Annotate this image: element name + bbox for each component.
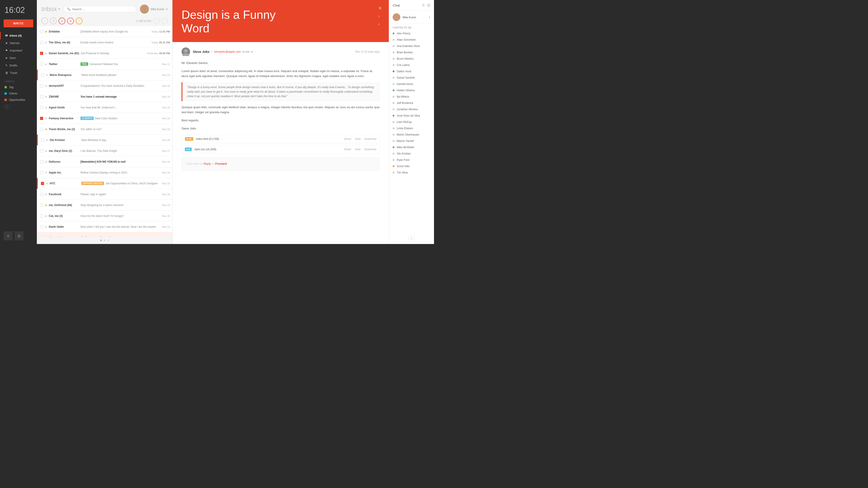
view-button[interactable]: View: [355, 148, 361, 151]
download-button[interactable]: Download: [364, 137, 376, 140]
star-icon[interactable]: ★: [45, 73, 49, 77]
compose-button[interactable]: WRITE: [4, 20, 33, 27]
email-row[interactable]: ★ me, Girlfriend (69) Stop designing for…: [37, 200, 172, 210]
contact-item[interactable]: Jonathan Moreira: [389, 106, 434, 112]
reply-box[interactable]: Click here to Reply or Forward: [182, 157, 380, 171]
email-checkbox[interactable]: [40, 160, 43, 163]
inbox-dropdown-icon[interactable]: ▾: [58, 7, 60, 11]
contact-item[interactable]: Liam McKay: [389, 119, 434, 125]
email-checkbox[interactable]: [40, 30, 43, 33]
email-checkbox[interactable]: ✓: [41, 182, 44, 185]
prev-page-button[interactable]: ‹: [153, 18, 160, 24]
share-button[interactable]: Share: [344, 148, 351, 151]
email-row[interactable]: ★ Agent Smith You hear that Mr. Anderson…: [37, 102, 172, 113]
contact-item[interactable]: Tim Silva: [389, 169, 434, 176]
email-checkbox[interactable]: ✓: [40, 117, 43, 120]
email-checkbox[interactable]: [40, 63, 43, 66]
forward-link[interactable]: Forward: [215, 162, 227, 165]
nav-sent[interactable]: ➤ Sent: [0, 54, 37, 62]
email-row[interactable]: ✓ ★ Fantasy Interactive CLIENTS New Case…: [37, 113, 172, 124]
contact-item[interactable]: Ryan Ford: [389, 157, 434, 163]
star-icon[interactable]: ★: [45, 182, 49, 185]
star-icon[interactable]: ★: [44, 203, 48, 207]
email-row[interactable]: ★ Travis Bickle, me (3) You talkin' to m…: [37, 124, 172, 135]
email-row[interactable]: ★ Cat, me (3) Give me the damn food! I'm…: [37, 210, 172, 221]
contact-item[interactable]: Allan Grinshtein: [389, 37, 434, 43]
star-icon[interactable]: ★: [44, 84, 48, 88]
email-checkbox[interactable]: [41, 138, 44, 142]
add-contact-button[interactable]: +: [408, 236, 415, 242]
contact-item[interactable]: Jeff Broderick: [389, 100, 434, 106]
contact-item[interactable]: Martin Oberhauser: [389, 131, 434, 138]
label-clients[interactable]: Clients: [0, 90, 37, 97]
contact-item[interactable]: Mason Yarnell: [389, 138, 434, 144]
contact-item[interactable]: Daniel Sandvik: [389, 74, 434, 81]
star-icon[interactable]: ★: [44, 160, 48, 164]
flag-button[interactable]: !: [76, 18, 83, 24]
forward-icon[interactable]: ›: [378, 13, 382, 19]
email-row[interactable]: ★ me, Daryl Ginn (2) I am Batman, The Da…: [37, 145, 172, 156]
star-icon[interactable]: ★: [45, 138, 49, 142]
contact-item[interactable]: José Alves da Silva: [389, 112, 434, 119]
email-row[interactable]: ★ Dribbble [Dribbble] Work Inquiry from …: [37, 26, 172, 37]
refresh-button[interactable]: ↺: [50, 18, 57, 24]
email-row[interactable]: ★ Deftones [Newsletter] KOI NO YOKAN is …: [37, 156, 172, 167]
star-icon[interactable]: ★: [44, 193, 48, 196]
nav-starred[interactable]: ★ Starred: [0, 39, 37, 47]
reply-link[interactable]: Reply: [204, 162, 211, 165]
email-checkbox[interactable]: [40, 149, 43, 153]
email-checkbox[interactable]: [40, 193, 43, 196]
email-checkbox[interactable]: [40, 171, 43, 174]
nav-inbox[interactable]: ✉ Inbox (4): [0, 32, 37, 39]
email-checkbox[interactable]: ✓: [40, 52, 43, 55]
expand-meta-button[interactable]: ▾: [251, 50, 253, 54]
page-dot-2[interactable]: [104, 239, 105, 241]
contact-item[interactable]: Helder Oliveira: [389, 87, 434, 94]
close-icon[interactable]: ✕: [378, 5, 382, 11]
user-dropdown-icon[interactable]: ▾: [166, 7, 168, 11]
contact-item[interactable]: Dalton Hurd: [389, 68, 434, 74]
email-row[interactable]: ★ Ole Kristian New Windows 8 App Nov 18: [37, 135, 172, 145]
email-row[interactable]: ✓ ★ Daniel Sandvik, me (81) Job Proposal…: [37, 48, 172, 59]
nav-drafts[interactable]: ✎ Drafts: [0, 62, 37, 69]
page-dot-3[interactable]: [107, 239, 109, 241]
back-icon[interactable]: ‹: [378, 22, 382, 27]
label-tag[interactable]: Tag: [0, 84, 37, 90]
nav-trash[interactable]: 🗑 Trash: [0, 69, 37, 76]
delete-button[interactable]: ✕: [67, 18, 74, 24]
contact-item[interactable]: Alex Penny: [389, 30, 434, 37]
star-icon[interactable]: ★: [44, 30, 48, 33]
settings-button[interactable]: ⚙: [4, 231, 13, 240]
search-input[interactable]: [72, 7, 133, 11]
label-opportunities[interactable]: Opportunities: [0, 97, 37, 103]
view-button[interactable]: View: [355, 137, 361, 140]
chat-status-dropdown[interactable]: ▾: [429, 15, 430, 19]
email-checkbox[interactable]: [40, 41, 43, 44]
email-row[interactable]: ★ Twitter TAG Someone Followed You Nov 2…: [37, 59, 172, 70]
download-button[interactable]: Download: [364, 148, 376, 151]
contact-item[interactable]: Brian Benitez: [389, 49, 434, 56]
archive-button[interactable]: ↓: [41, 18, 48, 24]
email-checkbox[interactable]: [40, 128, 43, 131]
contact-item[interactable]: Ole Kristian: [389, 151, 434, 157]
email-row[interactable]: ★ Apple Inc. Retina Cinema Display comin…: [37, 167, 172, 178]
email-row-active[interactable]: ★ Steve Jobs 📎 Design is a Funny Word No…: [37, 232, 172, 237]
nav-important[interactable]: ⚑ Important: [0, 47, 37, 54]
contact-item[interactable]: Cris Labno: [389, 62, 434, 68]
star-icon[interactable]: ★: [44, 95, 48, 98]
email-checkbox[interactable]: [40, 215, 43, 218]
search-box[interactable]: 🔍: [64, 6, 136, 12]
email-row[interactable]: ✓ ★ HTC OPPORTUNITIES Job Opportunities …: [37, 178, 172, 189]
email-checkbox[interactable]: [40, 106, 43, 109]
contact-item[interactable]: Ilja Miskov: [389, 94, 434, 100]
email-row[interactable]: ★ Darth Vader Now when I left you I was …: [37, 221, 172, 232]
email-checkbox[interactable]: [40, 225, 43, 228]
star-icon[interactable]: ★: [44, 127, 48, 131]
chat-power-icon[interactable]: ⏻: [427, 3, 430, 7]
power-button[interactable]: ⏻: [14, 231, 24, 240]
inbox-title[interactable]: Inbox ▾: [41, 5, 60, 13]
email-row[interactable]: ★ ZWAME You have 1 unread message Nov 19: [37, 91, 172, 102]
email-checkbox[interactable]: [40, 203, 43, 207]
email-row[interactable]: ★ deviantART Congratulations! You have r…: [37, 80, 172, 91]
star-icon[interactable]: ★: [44, 41, 48, 44]
